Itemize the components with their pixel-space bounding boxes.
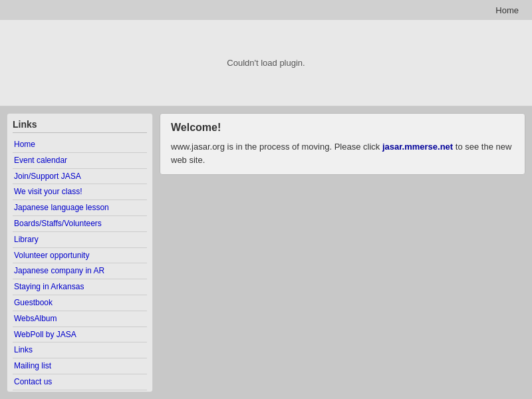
sidebar-link[interactable]: Japanese language lesson xyxy=(13,200,147,215)
list-item: Library xyxy=(13,232,147,248)
main-content: Welcome! www.jasar.org is in the process… xyxy=(160,113,525,392)
list-item: Manjiro Film tour in AR xyxy=(13,390,147,392)
content-wrapper: Links HomeEvent calendarJoin/Support JAS… xyxy=(0,106,532,399)
sidebar-link[interactable]: Staying in Arkansas xyxy=(13,279,147,295)
welcome-box: Welcome! www.jasar.org is in the process… xyxy=(160,113,525,175)
list-item: Links xyxy=(13,342,147,358)
sidebar-link[interactable]: Mailing list xyxy=(13,358,147,374)
list-item: Boards/Staffs/Volunteers xyxy=(13,216,147,232)
list-item: We visit your class! xyxy=(13,184,147,200)
home-link[interactable]: Home xyxy=(495,5,519,15)
sidebar-link[interactable]: Japanese company in AR xyxy=(13,263,147,279)
list-item: Volunteer opportunity xyxy=(13,248,147,264)
sidebar-link[interactable]: WebPoll by JASA xyxy=(13,327,147,342)
sidebar-title: Links xyxy=(13,119,147,133)
sidebar-link[interactable]: Guestbook xyxy=(13,295,147,311)
sidebar-link[interactable]: Event calendar xyxy=(13,153,147,168)
list-item: Join/Support JASA xyxy=(13,169,147,185)
sidebar-link[interactable]: Home xyxy=(13,137,147,152)
list-item: Guestbook xyxy=(13,295,147,311)
list-item: WebsAlbum xyxy=(13,311,147,327)
sidebar-link[interactable]: Library xyxy=(13,232,147,247)
plugin-message: Couldn't load plugin. xyxy=(227,58,305,68)
sidebar-link[interactable]: We visit your class! xyxy=(13,184,147,200)
welcome-text-before: www.jasar.org is in the process of movin… xyxy=(171,142,382,152)
list-item: Staying in Arkansas xyxy=(13,279,147,295)
plugin-area: Couldn't load plugin. xyxy=(0,20,532,106)
list-item: Event calendar xyxy=(13,153,147,169)
welcome-title: Welcome! xyxy=(171,122,514,134)
sidebar-link[interactable]: Manjiro Film tour in AR xyxy=(13,390,147,392)
list-item: Home xyxy=(13,137,147,153)
sidebar-link[interactable]: WebsAlbum xyxy=(13,311,147,327)
list-item: Japanese company in AR xyxy=(13,263,147,279)
sidebar-link[interactable]: Links xyxy=(13,342,147,358)
sidebar-link[interactable]: Boards/Staffs/Volunteers xyxy=(13,216,147,231)
sidebar-link[interactable]: Join/Support JASA xyxy=(13,169,147,184)
sidebar-link[interactable]: Contact us xyxy=(13,374,147,390)
sidebar-link[interactable]: Volunteer opportunity xyxy=(13,248,147,263)
list-item: Mailing list xyxy=(13,358,147,374)
list-item: Japanese language lesson xyxy=(13,200,147,216)
list-item: Contact us xyxy=(13,374,147,390)
welcome-text: www.jasar.org is in the process of movin… xyxy=(171,140,514,166)
sidebar: Links HomeEvent calendarJoin/Support JAS… xyxy=(7,113,153,392)
top-bar: Home xyxy=(0,0,532,20)
welcome-link[interactable]: jasar.mmerse.net xyxy=(382,142,453,152)
sidebar-links: HomeEvent calendarJoin/Support JASAWe vi… xyxy=(13,137,147,392)
list-item: WebPoll by JASA xyxy=(13,327,147,343)
